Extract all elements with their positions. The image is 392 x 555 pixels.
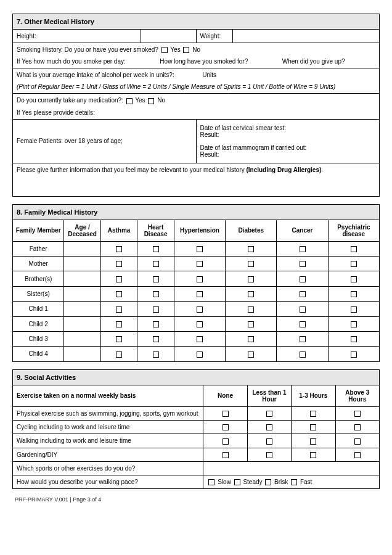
checkbox[interactable]	[248, 306, 254, 313]
checkbox[interactable]	[153, 246, 159, 252]
checkbox[interactable]	[248, 321, 254, 327]
checkbox[interactable]	[310, 438, 316, 445]
activity-row: Gardening/DIY	[13, 448, 380, 461]
checkbox[interactable]	[354, 452, 361, 458]
checkbox-smoking-no[interactable]	[183, 47, 189, 53]
checkbox[interactable]	[223, 452, 229, 458]
checkbox[interactable]	[351, 321, 357, 327]
checkbox[interactable]	[248, 276, 254, 282]
checkbox[interactable]	[351, 261, 357, 267]
alcohol-question: What is your average intake of alcohol p…	[17, 72, 174, 78]
checkbox[interactable]	[153, 261, 159, 267]
checkbox[interactable]	[300, 276, 306, 282]
checkbox[interactable]	[354, 411, 361, 417]
age-deceased-cell[interactable]	[64, 286, 101, 301]
sports-answer[interactable]	[203, 462, 380, 475]
activity-row: Cycling including to work and leisure ti…	[13, 420, 380, 434]
checkbox-pace[interactable]	[265, 479, 271, 485]
weight-value[interactable]	[233, 30, 380, 43]
checkbox-med-yes[interactable]	[126, 98, 133, 104]
family-row: Child 3	[13, 331, 380, 346]
checkbox[interactable]	[351, 246, 357, 252]
checkbox[interactable]	[266, 438, 272, 445]
height-value[interactable]	[141, 30, 196, 43]
age-deceased-cell[interactable]	[64, 271, 101, 286]
checkbox[interactable]	[300, 336, 306, 342]
checkbox[interactable]	[354, 424, 361, 430]
activity-cell	[247, 434, 291, 448]
checkbox[interactable]	[300, 261, 306, 267]
checkbox[interactable]	[300, 306, 306, 313]
checkbox[interactable]	[116, 276, 122, 282]
age-deceased-cell[interactable]	[64, 302, 101, 316]
checkbox[interactable]	[116, 291, 122, 297]
checkbox[interactable]	[300, 352, 306, 358]
checkbox[interactable]	[354, 438, 361, 445]
checkbox[interactable]	[310, 424, 316, 430]
checkbox[interactable]	[248, 291, 254, 297]
checkbox[interactable]	[116, 352, 122, 358]
label-no: No	[192, 46, 200, 53]
age-deceased-cell[interactable]	[64, 347, 101, 361]
checkbox[interactable]	[116, 261, 122, 267]
condition-cell	[226, 316, 277, 331]
further-dot: .	[321, 166, 323, 173]
checkbox[interactable]	[300, 246, 306, 252]
checkbox[interactable]	[248, 261, 254, 267]
h-psych: Psychiatric disease	[328, 220, 379, 241]
checkbox[interactable]	[197, 276, 203, 282]
checkbox[interactable]	[153, 276, 159, 282]
age-deceased-cell[interactable]	[64, 257, 101, 271]
age-deceased-cell[interactable]	[64, 241, 101, 256]
checkbox[interactable]	[351, 291, 357, 297]
checkbox[interactable]	[351, 276, 357, 282]
checkbox[interactable]	[197, 306, 203, 313]
checkbox-pace[interactable]	[208, 479, 214, 485]
checkbox-smoking-yes[interactable]	[161, 47, 168, 53]
checkbox-pace[interactable]	[234, 479, 240, 485]
activity-cell	[247, 420, 291, 434]
checkbox[interactable]	[197, 246, 203, 252]
checkbox[interactable]	[248, 336, 254, 342]
checkbox[interactable]	[300, 291, 306, 297]
checkbox-pace[interactable]	[291, 479, 297, 485]
checkbox[interactable]	[116, 306, 122, 313]
checkbox[interactable]	[197, 321, 203, 327]
condition-cell	[174, 302, 225, 316]
checkbox[interactable]	[153, 291, 159, 297]
checkbox[interactable]	[197, 336, 203, 342]
checkbox[interactable]	[153, 352, 159, 358]
checkbox[interactable]	[223, 438, 229, 445]
checkbox[interactable]	[197, 261, 203, 267]
checkbox[interactable]	[223, 424, 229, 430]
smear-label: Date of last cervical smear test:	[200, 125, 287, 131]
checkbox[interactable]	[351, 306, 357, 313]
checkbox[interactable]	[116, 246, 122, 252]
checkbox-med-no[interactable]	[148, 98, 154, 104]
checkbox[interactable]	[310, 452, 316, 458]
family-member-name: Sister(s)	[13, 286, 64, 301]
condition-cell	[174, 331, 225, 346]
checkbox[interactable]	[300, 321, 306, 327]
checkbox[interactable]	[351, 336, 357, 342]
checkbox[interactable]	[266, 411, 272, 417]
checkbox[interactable]	[153, 336, 159, 342]
further-info-row[interactable]: Please give further information that you…	[13, 163, 380, 196]
checkbox[interactable]	[310, 411, 316, 417]
checkbox[interactable]	[197, 352, 203, 358]
checkbox[interactable]	[197, 291, 203, 297]
checkbox[interactable]	[248, 246, 254, 252]
age-deceased-cell[interactable]	[64, 331, 101, 346]
condition-cell	[100, 257, 137, 271]
checkbox[interactable]	[153, 306, 159, 313]
checkbox[interactable]	[266, 424, 272, 430]
checkbox[interactable]	[116, 321, 122, 327]
checkbox[interactable]	[351, 352, 357, 358]
h-exercise: Exercise taken on a normal weekly basis	[13, 385, 203, 406]
checkbox[interactable]	[248, 352, 254, 358]
checkbox[interactable]	[223, 411, 229, 417]
checkbox[interactable]	[266, 452, 272, 458]
checkbox[interactable]	[116, 336, 122, 342]
age-deceased-cell[interactable]	[64, 316, 101, 331]
checkbox[interactable]	[153, 321, 159, 327]
